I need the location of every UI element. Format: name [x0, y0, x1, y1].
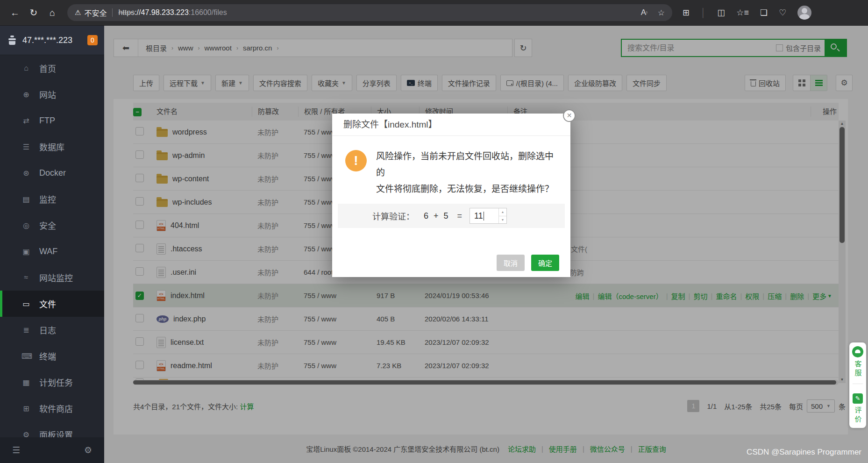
url-scheme: https [118, 8, 135, 17]
sidebar-item-label: 数据库 [39, 141, 64, 153]
sidebar-item-globe[interactable]: ⊕网站 [0, 81, 104, 107]
captcha-expression: 6 + 5 [424, 211, 450, 221]
cron-icon: ▦ [21, 378, 31, 387]
sidebar-item-cron[interactable]: ▦计划任务 [0, 369, 104, 395]
sidebar: 47.***.***.223 0 ⌂首页⊕网站⇄FTP☰数据库⊛Docker▤监… [0, 26, 104, 463]
address-divider [112, 8, 113, 17]
review-label[interactable]: 评价 [853, 406, 863, 424]
text-caret [484, 212, 484, 221]
sidebar-item-label: 首页 [39, 62, 56, 74]
sidebar-item-monitor[interactable]: ▤监控 [0, 186, 104, 212]
site-monitor-icon: ≈ [21, 273, 31, 282]
sidebar-item-waf[interactable]: ▣WAF [0, 238, 104, 264]
sidebar-item-label: 终端 [39, 350, 56, 362]
sidebar-item-security[interactable]: ◎安全 [0, 212, 104, 238]
logs-icon: ≣ [21, 326, 31, 335]
docker-icon: ⊛ [21, 169, 31, 178]
sidebar-item-docker[interactable]: ⊛Docker [0, 160, 104, 186]
warning-line: 文件将彻底删除，无法恢复，是否继续操作？ [376, 181, 557, 197]
url-port-path: :16600/files [189, 8, 227, 17]
message-badge: 0 [87, 35, 98, 45]
transfer-icon: ⇄ [21, 116, 31, 125]
warning-text: 风险操作，当前未开启文件回收站，删除选中的文件将彻底删除，无法恢复，是否继续操作… [376, 148, 557, 197]
extensions-icon[interactable]: ⊞ [683, 7, 690, 18]
split-screen-icon[interactable]: ◫ [717, 7, 725, 18]
browser-refresh-icon[interactable]: ↻ [24, 7, 43, 18]
customer-service-icon[interactable] [852, 346, 863, 357]
browser-home-icon[interactable]: ⌂ [43, 7, 62, 18]
server-name: 47.***.***.223 [22, 36, 87, 45]
server-header[interactable]: 47.***.***.223 0 [0, 26, 104, 55]
confirm-button[interactable]: 确定 [531, 255, 559, 271]
profile-avatar[interactable] [797, 6, 811, 20]
sidebar-item-label: 软件商店 [39, 402, 73, 414]
favorites-bar-icon[interactable]: ☆≡ [736, 7, 749, 18]
sidebar-item-label: 监控 [39, 193, 56, 205]
sidebar-item-label: 日志 [39, 324, 56, 336]
browser-essentials-icon[interactable]: ♡ [779, 7, 786, 18]
dialog-title: 删除文件【index.html】 [332, 114, 570, 136]
content-area: ⬅ 根目录›www›wwwroot›sarpro.cn› ↻ 包含子目录 上传远… [104, 26, 868, 463]
security-icon: ◎ [21, 221, 31, 230]
captcha-equals: = [457, 211, 462, 221]
sidebar-item-label: 网站 [39, 88, 56, 100]
ssl-warning-icon: ⚠ [75, 8, 81, 17]
warning-line: 风险操作，当前未开启文件回收站，删除选中的 [376, 148, 557, 181]
watermark: CSDN @Sarapines Programmer [747, 448, 861, 457]
sidebar-item-site-monitor[interactable]: ≈网站监控 [0, 264, 104, 291]
sidebar-item-home[interactable]: ⌂首页 [0, 55, 104, 81]
sidebar-bottom-bar: ☰ ⚙ [0, 437, 104, 463]
toolbar-divider: │ [701, 8, 706, 18]
captcha-bar: 计算验证： 6 + 5 = 11 ▲▼ [338, 204, 565, 228]
review-icon[interactable]: ✎ [853, 393, 863, 404]
customer-service-label[interactable]: 客服 [853, 360, 863, 378]
close-icon[interactable]: ✕ [563, 109, 576, 122]
sidebar-item-label: 计划任务 [39, 376, 73, 388]
warning-icon: ! [345, 150, 367, 171]
sidebar-item-label: Docker [39, 168, 66, 178]
url-host: ://47.98.233.223 [135, 8, 189, 17]
home-icon: ⌂ [21, 64, 31, 72]
terminal-icon: ⌨ [21, 352, 31, 361]
collections-icon[interactable]: ❏ [760, 7, 768, 18]
sidebar-item-logs[interactable]: ≣日志 [0, 317, 104, 343]
address-bar[interactable]: ⚠ 不安全 https://47.98.233.223:16600/files … [67, 4, 672, 21]
sidebar-item-label: FTP [39, 116, 55, 126]
globe-icon: ⊕ [21, 90, 31, 99]
captcha-input[interactable]: 11 ▲▼ [470, 208, 507, 224]
appstore-icon: ⊞ [21, 404, 31, 413]
sidebar-item-label: WAF [39, 247, 57, 256]
sidebar-item-label: 文件 [39, 298, 56, 310]
monitor-icon: ▤ [21, 195, 31, 204]
files-icon: ▭ [21, 299, 31, 308]
captcha-label: 计算验证： [372, 210, 414, 222]
sidebar-item-label: 安全 [39, 219, 56, 231]
sidebar-item-files[interactable]: ▭文件 [0, 291, 104, 317]
floating-widgets: 客服 ✎ 评价 [849, 342, 866, 428]
favorite-star-icon[interactable]: ☆ [658, 8, 665, 18]
ssl-warning-label: 不安全 [84, 7, 107, 18]
waf-icon: ▣ [21, 247, 31, 256]
sidebar-settings-gear-icon[interactable]: ⚙ [84, 445, 92, 456]
number-spinner[interactable]: ▲▼ [498, 208, 506, 223]
sidebar-item-terminal[interactable]: ⌨终端 [0, 343, 104, 369]
bt-logo-icon [7, 36, 18, 45]
cancel-button[interactable]: 取消 [497, 255, 525, 271]
sidebar-item-label: 网站监控 [39, 271, 73, 284]
spinner-down-icon[interactable]: ▼ [499, 216, 506, 224]
spinner-up-icon[interactable]: ▲ [499, 208, 506, 216]
browser-toolbar: ← ↻ ⌂ ⚠ 不安全 https://47.98.233.223:16600/… [0, 0, 868, 26]
database-icon: ☰ [21, 142, 31, 151]
screen: ← ↻ ⌂ ⚠ 不安全 https://47.98.233.223:16600/… [0, 0, 868, 463]
browser-back-icon[interactable]: ← [6, 7, 24, 18]
sidebar-item-transfer[interactable]: ⇄FTP [0, 107, 104, 134]
sidebar-item-appstore[interactable]: ⊞软件商店 [0, 395, 104, 421]
collapse-sidebar-icon[interactable]: ☰ [12, 445, 20, 456]
read-aloud-icon[interactable]: A⁾ [641, 8, 647, 17]
delete-file-dialog: 删除文件【index.html】 ✕ ! 风险操作，当前未开启文件回收站，删除选… [332, 114, 570, 277]
sidebar-item-database[interactable]: ☰数据库 [0, 134, 104, 160]
